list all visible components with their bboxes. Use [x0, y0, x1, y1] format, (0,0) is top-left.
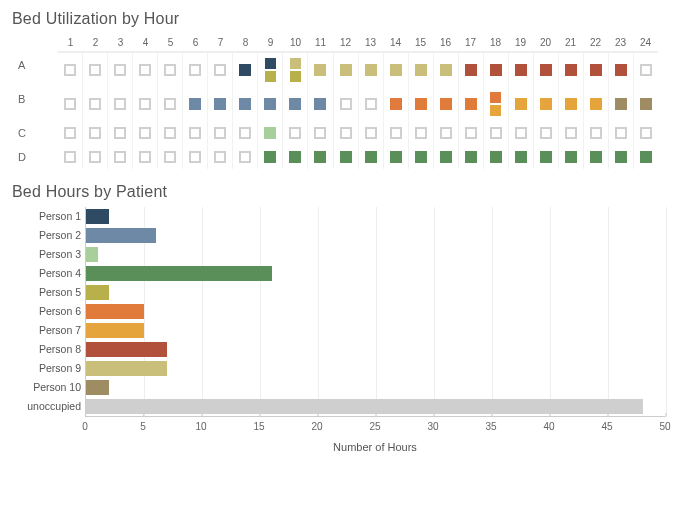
occupancy-chip	[515, 151, 527, 163]
occupancy-chip	[490, 151, 502, 163]
occupancy-chip	[89, 151, 101, 163]
hour-label: 17	[458, 34, 483, 52]
x-tick: 15	[253, 417, 264, 432]
hour-label: 21	[558, 34, 583, 52]
bar	[86, 209, 109, 224]
heatmap-cell	[158, 145, 183, 169]
occupancy-chip	[565, 98, 577, 110]
occupancy-chip	[365, 127, 377, 139]
heatmap-cell	[634, 53, 658, 87]
heatmap-cell	[83, 87, 108, 121]
heatmap-cell	[133, 53, 158, 87]
heatmap-cell	[233, 121, 258, 145]
hour-label: 24	[633, 34, 658, 52]
heatmap-cell	[233, 87, 258, 121]
occupancy-chip	[290, 71, 301, 82]
bar-label: Person 3	[11, 245, 85, 264]
hour-label: 1	[58, 34, 83, 52]
occupancy-chip	[390, 98, 402, 110]
occupancy-chip	[164, 151, 176, 163]
x-tick: 30	[427, 417, 438, 432]
occupancy-chip	[289, 98, 301, 110]
bar-label: Person 1	[11, 207, 85, 226]
occupancy-chip	[440, 151, 452, 163]
occupancy-chip	[415, 151, 427, 163]
x-tick: 45	[601, 417, 612, 432]
heatmap-cell	[409, 87, 434, 121]
heatmap-cell	[384, 87, 409, 121]
heatmap-cell	[359, 121, 384, 145]
occupancy-chip	[615, 151, 627, 163]
occupancy-chip	[540, 151, 552, 163]
occupancy-chip	[214, 151, 226, 163]
heatmap-cell	[509, 145, 534, 169]
occupancy-chip	[89, 64, 101, 76]
heatmap-title: Bed Utilization by Hour	[12, 10, 678, 28]
occupancy-chip	[139, 151, 151, 163]
occupancy-chip	[540, 127, 552, 139]
bar	[86, 228, 156, 243]
heatmap-cell	[584, 145, 609, 169]
bar	[86, 247, 98, 262]
hour-label: 20	[533, 34, 558, 52]
hour-label: 4	[133, 34, 158, 52]
heatmap-cell	[258, 145, 283, 169]
heatmap-cell	[283, 53, 308, 87]
occupancy-chip	[515, 64, 527, 76]
occupancy-chip	[415, 98, 427, 110]
hour-label: 6	[183, 34, 208, 52]
x-tick: 10	[195, 417, 206, 432]
hour-label: 7	[208, 34, 233, 52]
hour-label: 8	[233, 34, 258, 52]
occupancy-chip	[640, 64, 652, 76]
x-tick: 40	[543, 417, 554, 432]
heatmap-cell	[359, 87, 384, 121]
occupancy-chip	[189, 98, 201, 110]
occupancy-chip	[89, 127, 101, 139]
occupancy-chip	[114, 127, 126, 139]
occupancy-chip	[590, 127, 602, 139]
bar-row: Person 2	[86, 226, 666, 245]
heatmap-cell	[208, 121, 233, 145]
bar-label: Person 8	[11, 340, 85, 359]
occupancy-chip	[365, 98, 377, 110]
occupancy-chip	[189, 151, 201, 163]
heatmap-cell	[634, 121, 658, 145]
occupancy-chip	[314, 98, 326, 110]
x-axis-label: Number of Hours	[85, 441, 665, 453]
occupancy-chip	[239, 127, 251, 139]
heatmap-cell	[384, 145, 409, 169]
bar-label: Person 5	[11, 283, 85, 302]
heatmap-cell	[183, 87, 208, 121]
occupancy-chip	[640, 127, 652, 139]
hour-label: 19	[508, 34, 533, 52]
heatmap-cell	[58, 121, 83, 145]
x-tick: 35	[485, 417, 496, 432]
occupancy-chip	[314, 64, 326, 76]
heatmap-cell	[534, 53, 559, 87]
heatmap-cell	[83, 121, 108, 145]
occupancy-chip	[214, 127, 226, 139]
heatmap-cell	[359, 53, 384, 87]
occupancy-chip	[490, 92, 501, 103]
occupancy-chip	[615, 98, 627, 110]
heatmap-cell	[233, 53, 258, 87]
occupancy-chip	[440, 64, 452, 76]
hour-label: 14	[383, 34, 408, 52]
heatmap-cell	[83, 145, 108, 169]
heatmap-cell	[609, 121, 634, 145]
heatmap-cell	[459, 121, 484, 145]
heatmap-cell	[208, 145, 233, 169]
heatmap-cell	[534, 121, 559, 145]
occupancy-chip	[390, 127, 402, 139]
heatmap-cell	[434, 53, 459, 87]
bar-row: Person 6	[86, 302, 666, 321]
hour-label: 16	[433, 34, 458, 52]
heatmap-cell	[459, 145, 484, 169]
bar-row: Person 3	[86, 245, 666, 264]
heatmap-cell	[108, 145, 133, 169]
occupancy-chip	[565, 64, 577, 76]
heatmap-cell	[584, 121, 609, 145]
occupancy-chip	[565, 151, 577, 163]
hour-label: 22	[583, 34, 608, 52]
